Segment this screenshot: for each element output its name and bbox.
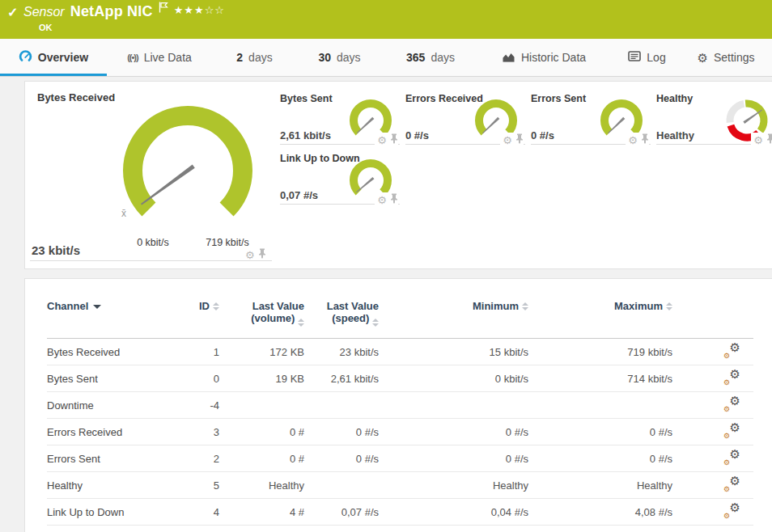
gauge-bytes-received[interactable]: Bytes Received x̄ 0 kbit/s 719 kbit/s 23… (25, 82, 272, 270)
priority-stars-icon[interactable]: ★★★☆☆ (174, 4, 225, 16)
gauge-healthy[interactable]: Healthy Healthy ⚙ (656, 93, 772, 145)
tab-live-data[interactable]: ((•)) Live Data (107, 39, 212, 76)
col-last-value-volume[interactable]: Last Value(volume) (219, 300, 304, 339)
channels-panel: Channel ID Last Value(volume) Last Value… (24, 278, 772, 532)
channel-settings-icon[interactable]: ⚙⚙ (724, 344, 740, 358)
gauge-title: Bytes Received (37, 91, 115, 103)
gauge-max-label: 719 kbit/s (191, 237, 264, 248)
channel-settings-icon[interactable]: ⚙⚙ (724, 477, 740, 492)
average-marker: x̄ (121, 208, 126, 219)
col-channel[interactable]: Channel (47, 300, 176, 339)
bytes-received-gauge-dial (121, 104, 254, 237)
sort-icon (298, 316, 304, 327)
sort-icon (522, 300, 528, 310)
channel-name[interactable]: Errors Received (47, 419, 176, 445)
sort-icon (213, 300, 219, 310)
pin-icon[interactable] (390, 192, 398, 207)
live-data-icon: ((•)) (127, 53, 138, 62)
table-row[interactable]: Errors Received 3 0 # 0 #/s 0 #/s 0 #/s … (47, 419, 753, 445)
status-check-icon: ✓ (7, 5, 18, 20)
col-minimum[interactable]: Minimum (379, 300, 528, 339)
tab-log[interactable]: Log (609, 39, 685, 76)
channel-settings-icon[interactable]: ⚙⚙ (724, 397, 740, 412)
sensor-type-label: Sensor (23, 5, 65, 19)
settings-gear-icon: ⚙ (697, 52, 707, 64)
sort-icon (666, 300, 672, 310)
table-row[interactable]: Downtime -4 ⚙⚙ (47, 392, 753, 419)
pin-icon[interactable] (258, 247, 266, 262)
table-row[interactable]: Healthy 5 Healthy Healthy Healthy ⚙⚙ (47, 472, 753, 499)
gauge-settings-gear-icon[interactable]: ⚙ (377, 135, 387, 146)
channel-name[interactable]: Link Up to Down (47, 499, 176, 526)
historic-chart-icon (502, 51, 515, 65)
gauge-settings-gear-icon[interactable]: ⚙ (753, 135, 763, 146)
sort-icon (372, 316, 379, 327)
pin-icon[interactable] (515, 133, 524, 147)
tab-settings[interactable]: ⚙ Settings (685, 39, 766, 76)
sort-desc-icon (93, 305, 101, 309)
table-row[interactable]: Errors Sent 2 0 # 0 #/s 0 #/s 0 #/s ⚙⚙ (47, 445, 753, 472)
log-icon (628, 51, 641, 64)
col-id[interactable]: ID (176, 300, 219, 339)
gauge-settings-gear-icon[interactable]: ⚙ (503, 135, 512, 146)
gauge-icon (19, 50, 32, 65)
sensor-title: Sensor NetApp NIC ★★★☆☆ (23, 3, 225, 20)
table-row[interactable]: Bytes Sent 0 19 KB 2,61 kbit/s 0 kbit/s … (47, 365, 753, 392)
channel-name[interactable]: Downtime (47, 392, 176, 419)
gauge-settings-gear-icon[interactable]: ⚙ (245, 250, 255, 260)
sensor-header: ✓ Sensor NetApp NIC ★★★☆☆ OK (0, 0, 772, 39)
channel-name[interactable]: Healthy (47, 472, 176, 499)
tab-365-days[interactable]: 365days (382, 39, 479, 76)
channel-name[interactable]: Errors Sent (47, 445, 176, 472)
gauge-settings-gear-icon[interactable]: ⚙ (628, 135, 638, 146)
channels-table: Channel ID Last Value(volume) Last Value… (47, 300, 753, 526)
pin-icon[interactable] (390, 133, 398, 147)
divider (30, 260, 272, 261)
gauge-link-up-to-down[interactable]: Link Up to Down 0,07 #/s ⚙ (280, 153, 400, 205)
channel-settings-icon[interactable]: ⚙⚙ (724, 504, 740, 518)
gauge-bytes-sent[interactable]: Bytes Sent 2,61 kbit/s ⚙ (280, 93, 400, 145)
channel-settings-icon[interactable]: ⚙⚙ (724, 424, 740, 438)
gauge-errors-sent[interactable]: Errors Sent 0 #/s ⚙ (531, 93, 651, 145)
col-last-value-speed[interactable]: Last Value(speed) (304, 300, 379, 339)
col-actions (672, 300, 753, 339)
channel-name[interactable]: Bytes Received (47, 339, 176, 365)
gauge-errors-received[interactable]: Errors Received 0 #/s ⚙ (405, 93, 525, 145)
channel-settings-icon[interactable]: ⚙⚙ (724, 450, 740, 465)
pin-icon[interactable] (641, 133, 649, 147)
gauge-settings-gear-icon[interactable]: ⚙ (377, 195, 387, 205)
gauge-min-label: 0 kbit/s (124, 237, 182, 248)
pin-icon[interactable] (766, 133, 772, 147)
gauges-panel: Bytes Received x̄ 0 kbit/s 719 kbit/s 23… (24, 81, 772, 269)
col-maximum[interactable]: Maximum (528, 300, 672, 339)
gauge-value: 23 kbit/s (32, 243, 80, 257)
table-header-row: Channel ID Last Value(volume) Last Value… (47, 300, 753, 339)
flag-icon[interactable] (159, 2, 168, 16)
channel-name[interactable]: Bytes Sent (47, 365, 176, 392)
prtg-sensor-page: ✓ Sensor NetApp NIC ★★★☆☆ OK Overview ((… (0, 0, 772, 532)
tab-overview[interactable]: Overview (0, 39, 107, 76)
sensor-status-badge: OK (39, 23, 53, 32)
table-row[interactable]: Link Up to Down 4 4 # 0,07 #/s 0,04 #/s … (47, 499, 753, 526)
table-row[interactable]: Bytes Received 1 172 KB 23 kbit/s 15 kbi… (47, 339, 753, 365)
tab-bar: Overview ((•)) Live Data 2days 30days 36… (0, 39, 772, 77)
tab-2-days[interactable]: 2days (212, 39, 297, 76)
sensor-name: NetApp NIC (70, 3, 153, 20)
channel-settings-icon[interactable]: ⚙⚙ (724, 370, 740, 385)
tab-30-days[interactable]: 30days (297, 39, 382, 76)
tab-historic-data[interactable]: Historic Data (479, 39, 609, 76)
